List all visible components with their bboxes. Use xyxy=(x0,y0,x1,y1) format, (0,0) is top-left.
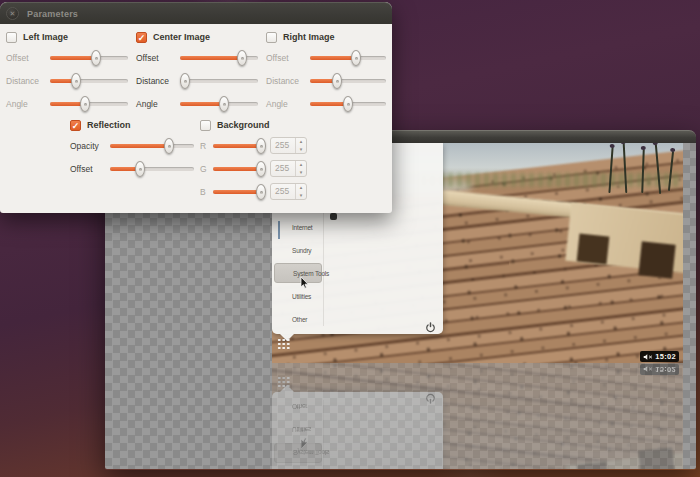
spin-up-icon[interactable]: ▴ xyxy=(296,161,306,169)
slider-reflection-offset[interactable] xyxy=(110,160,194,177)
checkbox-background[interactable] xyxy=(200,120,211,131)
slider-label: Distance xyxy=(6,76,50,86)
mouse-cursor-icon xyxy=(300,433,309,451)
spinbox-value[interactable]: 255 xyxy=(271,184,295,199)
slider-handle[interactable] xyxy=(343,96,353,112)
slider-handle[interactable] xyxy=(164,138,174,154)
checkbox-right-image[interactable] xyxy=(266,32,277,43)
slider-background-g[interactable] xyxy=(213,160,263,177)
dark-sphere-icon xyxy=(278,314,288,324)
slider-left-distance[interactable] xyxy=(50,72,128,89)
menu-item-other[interactable]: Other xyxy=(274,309,322,329)
slider-background-r[interactable] xyxy=(213,137,263,154)
slider-handle[interactable] xyxy=(256,161,266,177)
menu-item-label: System Tools xyxy=(293,270,329,277)
menu-item-internet[interactable]: Internet xyxy=(274,217,322,237)
slider-handle[interactable] xyxy=(237,50,247,66)
group-label: Background xyxy=(217,120,270,130)
app-icon[interactable] xyxy=(330,213,337,220)
spin-down-icon[interactable]: ▾ xyxy=(296,146,306,154)
power-icon[interactable] xyxy=(425,319,436,330)
slider-right-angle[interactable] xyxy=(310,95,386,112)
slider-handle[interactable] xyxy=(135,161,145,177)
grid-dots-icon[interactable] xyxy=(277,338,290,350)
muted-speaker-icon xyxy=(643,353,653,361)
yellow-sphere-icon xyxy=(279,448,289,458)
slider-label: Angle xyxy=(6,99,50,109)
slider-right-distance[interactable] xyxy=(310,72,386,89)
slider-background-b[interactable] xyxy=(213,183,263,200)
grid-dots-icon[interactable] xyxy=(277,376,290,388)
slider-handle[interactable] xyxy=(219,96,229,112)
spinbox-b[interactable]: 255▴▾ xyxy=(270,183,307,200)
slider-right-offset[interactable] xyxy=(310,49,386,66)
menu-item-sundry[interactable]: Sundry xyxy=(274,466,322,469)
mouse-cursor-icon xyxy=(300,275,309,293)
spin-down-icon[interactable]: ▾ xyxy=(296,169,306,177)
slider-handle[interactable] xyxy=(332,73,342,89)
slider-handle[interactable] xyxy=(71,73,81,89)
menu-item-label: Sundry xyxy=(292,247,311,254)
globe-arc-icon xyxy=(278,222,288,232)
wrench-icon xyxy=(278,291,288,301)
menu-item-system-tools[interactable]: System Tools xyxy=(274,263,322,283)
menu-item-utilities[interactable]: Utilities xyxy=(274,420,322,440)
slider-left-angle[interactable] xyxy=(50,95,128,112)
badge-time: 15:02 xyxy=(655,365,676,374)
menu-item-label: System Tools xyxy=(293,450,329,457)
slider-handle[interactable] xyxy=(256,184,266,200)
checkbox-left-image[interactable] xyxy=(6,32,17,43)
spin-up-icon[interactable]: ▴ xyxy=(296,184,306,192)
checkbox-center-image[interactable]: ✓ xyxy=(136,32,147,43)
menu-item-system-tools[interactable]: System Tools xyxy=(274,443,322,463)
spinbox-r[interactable]: 255▴▾ xyxy=(270,137,307,154)
group-label: Left Image xyxy=(23,32,68,42)
group-label: Center Image xyxy=(153,32,210,42)
group-label: Reflection xyxy=(87,120,131,130)
spin-down-icon[interactable]: ▾ xyxy=(296,192,306,200)
power-icon[interactable] xyxy=(425,396,436,407)
slider-center-angle[interactable] xyxy=(180,95,258,112)
dark-sphere-icon xyxy=(278,245,288,255)
screenshot-reflection: Internet Sundry System Tools Utilities O… xyxy=(272,363,683,469)
app-menu-panel: Internet Sundry System Tools Utilities O… xyxy=(272,392,443,469)
slider-handle[interactable] xyxy=(256,138,266,154)
slider-handle[interactable] xyxy=(180,73,190,89)
spin-up-icon[interactable]: ▴ xyxy=(296,138,306,146)
slider-left-offset[interactable] xyxy=(50,49,128,66)
spinbox-value[interactable]: 255 xyxy=(271,161,295,176)
slider-center-offset[interactable] xyxy=(180,49,258,66)
group-label: Right Image xyxy=(283,32,335,42)
slider-label: Distance xyxy=(266,76,310,86)
close-icon[interactable]: ✕ xyxy=(6,7,19,20)
slider-handle[interactable] xyxy=(80,96,90,112)
menu-item-sundry[interactable]: Sundry xyxy=(274,240,322,260)
photo-plants xyxy=(602,143,682,195)
dialog-title: Parameters xyxy=(27,9,78,19)
menu-item-utilities[interactable]: Utilities xyxy=(274,286,322,306)
spinbox-g[interactable]: 255▴▾ xyxy=(270,160,307,177)
checkbox-reflection[interactable]: ✓ xyxy=(70,120,81,131)
slider-handle[interactable] xyxy=(351,50,361,66)
screenshot-composite: Internet Sundry System Tools Utilities O… xyxy=(272,363,683,469)
slider-label: Angle xyxy=(136,99,180,109)
panel-divider xyxy=(323,400,324,469)
slider-label: Offset xyxy=(266,53,310,63)
slider-label: Angle xyxy=(266,99,310,109)
volume-clock-badge: 15:02 xyxy=(640,364,679,375)
slider-handle[interactable] xyxy=(91,50,101,66)
wrench-icon xyxy=(278,425,288,435)
menu-item-label: Utilities xyxy=(292,293,311,300)
menu-item-label: Other xyxy=(292,404,307,411)
badge-time: 15:02 xyxy=(655,352,676,361)
dialog-titlebar[interactable]: ✕ Parameters xyxy=(0,2,392,24)
spinbox-value[interactable]: 255 xyxy=(271,138,295,153)
menu-item-other[interactable]: Other xyxy=(274,397,322,417)
muted-speaker-icon xyxy=(643,366,653,374)
slider-label: Distance xyxy=(136,76,180,86)
slider-label: Offset xyxy=(6,53,50,63)
slider-label: Offset xyxy=(70,164,110,174)
slider-center-distance[interactable] xyxy=(180,72,258,89)
group-right-image: Right Image Offset Distance Angle xyxy=(266,28,386,115)
slider-reflection-opacity[interactable] xyxy=(110,137,194,154)
